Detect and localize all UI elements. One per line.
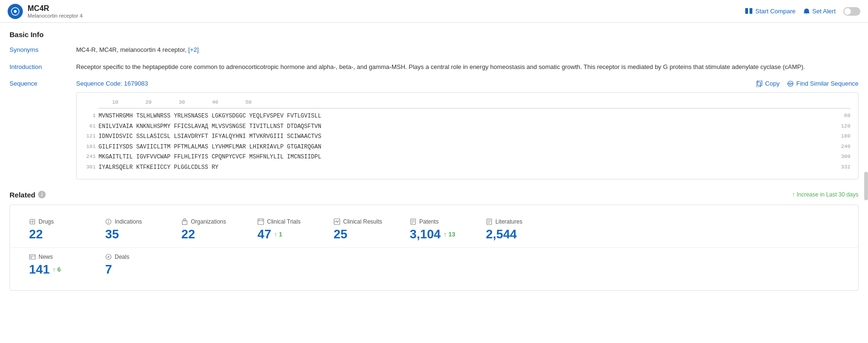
related-title-block: Related i bbox=[10, 191, 46, 199]
start-compare-button[interactable]: Start Compare bbox=[745, 8, 796, 15]
drug-icon bbox=[29, 218, 36, 225]
indications-count: 35 bbox=[105, 227, 162, 242]
svg-line-22 bbox=[335, 221, 336, 222]
set-alert-label: Set Alert bbox=[812, 8, 836, 15]
copy-button[interactable]: Copy bbox=[756, 80, 779, 87]
alert-toggle[interactable] bbox=[843, 7, 860, 16]
introduction-text: Receptor specific to the heptapeptide co… bbox=[76, 62, 858, 72]
sequence-actions: Copy Find Similar Sequence bbox=[756, 80, 858, 87]
related-item-news: News 141 ↑ 6 bbox=[20, 248, 96, 283]
svg-rect-15 bbox=[182, 221, 187, 225]
drugs-count: 22 bbox=[29, 227, 86, 242]
lit-icon bbox=[486, 218, 493, 225]
header-right: Start Compare Set Alert bbox=[745, 7, 860, 16]
related-item-clinical-trials: Clinical Trials 47 ↑ 1 bbox=[248, 213, 324, 247]
org-icon bbox=[181, 218, 188, 225]
related-info-icon[interactable]: i bbox=[38, 191, 46, 198]
synonyms-label: Synonyms bbox=[10, 45, 76, 55]
related-item-clinical-results: Clinical Results 25 bbox=[324, 213, 400, 247]
svg-point-1 bbox=[14, 10, 17, 13]
sequence-code-link[interactable]: Sequence Code: 1679083 bbox=[76, 79, 148, 88]
related-item-deals: Deals 7 bbox=[96, 248, 172, 283]
scrollbar[interactable] bbox=[864, 172, 868, 200]
news-count: 141 ↑ 6 bbox=[29, 262, 86, 277]
related-item-indications: Indications 35 bbox=[96, 213, 172, 247]
find-similar-label: Find Similar Sequence bbox=[796, 80, 858, 87]
toggle-knob bbox=[844, 8, 851, 15]
page-subtitle: Melanocortin receptor 4 bbox=[28, 13, 83, 19]
svg-rect-5 bbox=[756, 82, 760, 87]
sequence-header: Sequence Code: 1679083 Copy Find Similar… bbox=[76, 79, 858, 88]
alert-icon bbox=[803, 8, 810, 15]
related-grid-row1: Drugs 22 Indications 35 bbox=[20, 213, 848, 247]
result-icon bbox=[334, 218, 340, 225]
deals-icon bbox=[105, 254, 112, 260]
seq-row-1: 1 MVNSTHRGMH TSLHLWNRSS YRLHSNASES LGKGY… bbox=[84, 111, 850, 122]
svg-rect-2 bbox=[745, 8, 748, 14]
synonyms-value: MC4-R, MC4R, melanocortin 4 receptor, [+… bbox=[76, 45, 858, 55]
sequence-row: Sequence Sequence Code: 1679083 Copy Fin… bbox=[10, 79, 858, 179]
indication-icon bbox=[105, 218, 112, 225]
start-compare-label: Start Compare bbox=[755, 8, 796, 15]
seq-row-3: 121 IDNVIDSVIC SSLLASICSL LSIAVDRYFT IFY… bbox=[84, 132, 850, 142]
synonyms-text: MC4-R, MC4R, melanocortin 4 receptor, bbox=[76, 46, 187, 53]
news-label: News bbox=[39, 254, 53, 260]
synonyms-more-link[interactable]: [+2] bbox=[188, 46, 199, 53]
patents-label: Patents bbox=[419, 218, 439, 225]
find-similar-button[interactable]: Find Similar Sequence bbox=[787, 80, 858, 87]
synonyms-row: Synonyms MC4-R, MC4R, melanocortin 4 rec… bbox=[10, 45, 858, 55]
literatures-label: Literatures bbox=[495, 218, 523, 225]
related-header: Related i ↑ Increase in Last 30 days bbox=[10, 191, 858, 199]
introduction-label: Introduction bbox=[10, 62, 76, 72]
patent-icon bbox=[410, 218, 416, 225]
svg-point-7 bbox=[789, 83, 791, 85]
svg-rect-17 bbox=[258, 219, 264, 225]
sequence-label: Sequence bbox=[10, 79, 76, 179]
svg-line-24 bbox=[337, 220, 339, 223]
patents-count: 3,104 ↑ 13 bbox=[410, 227, 467, 242]
related-item-literatures: Literatures 2,544 bbox=[476, 213, 552, 247]
seq-row-2: 61 ENILVIVAIA KNKNLHSPMY FFICSLAVAД MLVS… bbox=[84, 122, 850, 132]
related-grid-row2: News 141 ↑ 6 Deals 7 bbox=[20, 248, 848, 283]
clinical-trials-count: 47 ↑ 1 bbox=[257, 227, 315, 242]
related-title: Related bbox=[10, 191, 35, 199]
organizations-label: Organizations bbox=[191, 218, 226, 225]
compare-icon bbox=[745, 8, 753, 15]
svg-point-13 bbox=[108, 220, 109, 221]
sequence-ruler: 10 20 30 40 50 bbox=[84, 98, 850, 107]
related-divider: News 141 ↑ 6 Deals 7 bbox=[10, 247, 858, 283]
header-title-block: MC4R Melanocortin receptor 4 bbox=[28, 4, 83, 19]
svg-rect-3 bbox=[750, 8, 752, 14]
app-logo bbox=[8, 4, 23, 19]
header: MC4R Melanocortin receptor 4 Start Compa… bbox=[0, 0, 868, 23]
deals-label: Deals bbox=[115, 254, 129, 260]
patents-increase: ↑ 13 bbox=[444, 231, 455, 238]
related-item-drugs: Drugs 22 bbox=[20, 213, 96, 247]
main-content: Basic Info Synonyms MC4-R, MC4R, melanoc… bbox=[0, 23, 868, 298]
svg-rect-16 bbox=[184, 219, 186, 221]
literatures-count: 2,544 bbox=[486, 227, 543, 242]
copy-label: Copy bbox=[765, 80, 779, 87]
seq-row-4: 181 GILFIIYSDS SAVIICLITM PFTMLALMAS LYV… bbox=[84, 142, 850, 153]
clinical-results-count: 25 bbox=[334, 227, 391, 242]
introduction-row: Introduction Receptor specific to the he… bbox=[10, 62, 858, 72]
find-similar-icon bbox=[787, 80, 794, 87]
sequence-content: Sequence Code: 1679083 Copy Find Similar… bbox=[76, 79, 858, 179]
copy-icon bbox=[756, 80, 763, 87]
related-card: Drugs 22 Indications 35 bbox=[10, 205, 858, 291]
news-increase: ↑ 6 bbox=[52, 266, 60, 273]
news-icon bbox=[29, 254, 36, 260]
page-title: MC4R bbox=[28, 4, 83, 13]
clinical-results-label: Clinical Results bbox=[343, 218, 382, 225]
clinical-trials-label: Clinical Trials bbox=[267, 218, 301, 225]
seq-row-5: 241 MKGAITLTIL IGVFVVCWAP FFLHLIFYIS CPQ… bbox=[84, 152, 850, 163]
clinical-trials-increase: ↑ 1 bbox=[274, 231, 282, 238]
drugs-label: Drugs bbox=[39, 218, 54, 225]
svg-rect-4 bbox=[758, 80, 762, 86]
increase-label: ↑ Increase in Last 30 days bbox=[792, 191, 858, 198]
set-alert-button[interactable]: Set Alert bbox=[803, 8, 836, 15]
ruler-line bbox=[99, 108, 850, 108]
deals-count: 7 bbox=[105, 262, 162, 277]
header-left: MC4R Melanocortin receptor 4 bbox=[8, 4, 83, 19]
basic-info-title: Basic Info bbox=[10, 30, 858, 39]
